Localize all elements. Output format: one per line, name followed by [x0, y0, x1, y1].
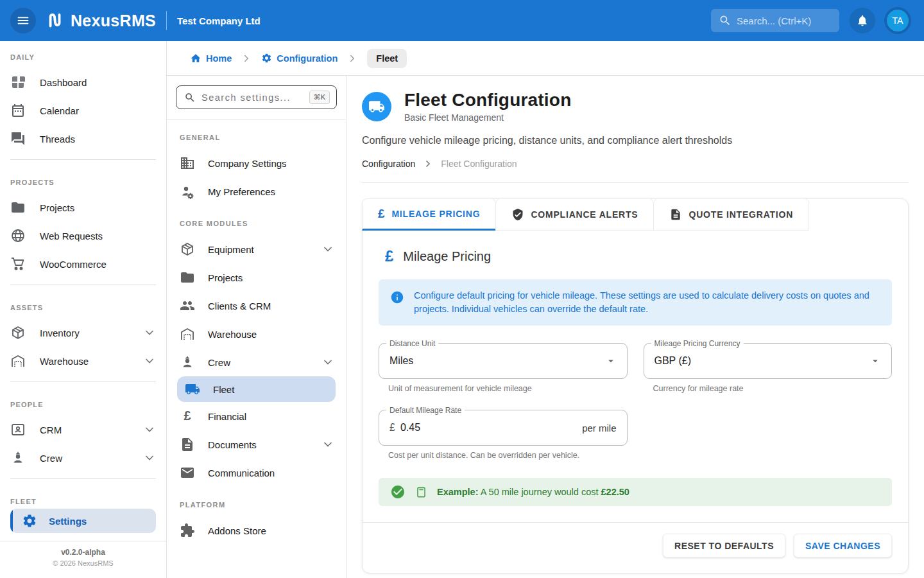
breadcrumb-home[interactable]: Home [190, 53, 232, 64]
info-icon [390, 290, 404, 316]
chevron-down-icon [321, 243, 334, 256]
breadcrumb-configuration[interactable]: Configuration [261, 53, 338, 64]
divider [10, 381, 156, 382]
page-subtitle: Basic Fleet Management [404, 112, 571, 123]
settings-item-communication[interactable]: Communication [167, 459, 346, 487]
sidebar-item-label: Web Requests [40, 231, 156, 241]
divider [10, 478, 156, 479]
tab-compliance-alerts[interactable]: COMPLIANCE ALERTS [495, 198, 654, 231]
sidebar-footer: Settings v0.2.0-alpha © 2026 NexusRMS [0, 505, 166, 578]
app-title: NexusRMS [71, 12, 156, 30]
sidebar-item-label: Warehouse [40, 356, 129, 367]
settings-search[interactable]: ⌘K [176, 85, 337, 109]
page-description: Configure vehicle mileage pricing, dista… [362, 135, 909, 146]
dashboard-icon [10, 74, 26, 90]
check-circle-icon [390, 484, 406, 500]
app-bar: NexusRMS Test Company Ltd TA [0, 0, 924, 41]
nexus-logo-icon [45, 11, 64, 30]
chevron-down-icon [321, 356, 334, 369]
field-label: Default Mileage Rate [386, 406, 465, 415]
envelope-icon [180, 465, 195, 480]
warehouse-icon [180, 326, 195, 342]
brand-logo[interactable]: NexusRMS [45, 11, 156, 30]
breadcrumb-configuration[interactable]: Configuration [362, 159, 415, 169]
global-search-input[interactable] [737, 15, 826, 26]
page-header: Fleet Configuration Basic Fleet Manageme… [362, 90, 909, 123]
default-mileage-rate-input[interactable]: Default Mileage Rate £ 0.45 per mile [379, 410, 628, 446]
building-icon [180, 155, 195, 171]
sidebar-item-crm[interactable]: CRM [0, 416, 166, 444]
example-text: Example: A 50 mile journey would cost £2… [437, 487, 629, 497]
settings-item-label: Documents [208, 439, 309, 450]
main-content: Fleet Configuration Basic Fleet Manageme… [346, 76, 924, 578]
field-value: GBP (£) [654, 355, 870, 367]
menu-button[interactable] [10, 8, 36, 33]
sidebar-item-inventory[interactable]: Inventory [0, 319, 166, 347]
global-search[interactable] [711, 9, 839, 32]
folder-icon [180, 270, 195, 285]
gear-icon [261, 53, 272, 64]
sidebar-item-projects[interactable]: Projects [0, 193, 166, 222]
save-changes-button[interactable]: SAVE CHANGES [794, 534, 892, 557]
settings-search-input[interactable] [201, 92, 304, 103]
sidebar-item-woocommerce[interactable]: WooCommerce [0, 250, 166, 278]
settings-item-label: Company Settings [208, 158, 334, 169]
tab-mileage-pricing[interactable]: £ MILEAGE PRICING [362, 198, 496, 231]
box-icon [10, 325, 26, 340]
copyright-label: © 2026 NexusRMS [0, 559, 166, 567]
notifications-button[interactable] [850, 8, 875, 33]
settings-item-label: Equipment [208, 244, 309, 255]
settings-item-label: Communication [208, 468, 334, 478]
cart-icon [10, 256, 26, 272]
field-label: Distance Unit [386, 339, 438, 348]
section-heading: £ Mileage Pricing [385, 247, 892, 265]
settings-item-addons-store[interactable]: Addons Store [167, 516, 346, 545]
section-label-projects: PROJECTS [0, 166, 166, 193]
pound-icon: £ [180, 408, 195, 424]
sidebar-item-label: Projects [40, 202, 156, 213]
settings-item-fleet[interactable]: Fleet [177, 376, 336, 402]
distance-unit-select[interactable]: Distance Unit Miles [379, 343, 628, 379]
sidebar-item-warehouse[interactable]: Warehouse [0, 347, 166, 375]
section-label-platform: PLATFORM [167, 487, 346, 516]
secondary-breadcrumb: Configuration Fleet Configuration [362, 159, 909, 169]
sidebar-item-threads[interactable]: Threads [0, 125, 166, 153]
section-label-assets: ASSETS [0, 292, 166, 319]
dropdown-arrow-icon [869, 355, 881, 367]
account-button[interactable]: TA [884, 7, 911, 34]
shield-check-icon [511, 208, 524, 221]
chevron-down-icon [321, 438, 334, 451]
sidebar-item-calendar[interactable]: Calendar [0, 96, 166, 125]
sidebar-item-settings[interactable]: Settings [10, 509, 156, 533]
settings-item-label: Clients & CRM [208, 301, 334, 311]
settings-item-projects[interactable]: Projects [167, 263, 346, 292]
tab-quote-integration[interactable]: QUOTE INTEGRATION [653, 198, 809, 231]
main-sidebar-scroll[interactable]: DAILY Dashboard Calendar Threads PROJECT… [0, 41, 166, 505]
settings-item-company-settings[interactable]: Company Settings [167, 149, 346, 177]
dropdown-arrow-icon [605, 355, 617, 367]
chevron-down-icon [143, 423, 156, 436]
settings-item-crew[interactable]: Crew [167, 348, 346, 376]
section-label-core-modules: CORE MODULES [167, 206, 346, 235]
settings-item-my-preferences[interactable]: My Preferences [167, 177, 346, 206]
currency-select[interactable]: Mileage Pricing Currency GBP (£) [644, 343, 893, 379]
fleet-avatar [362, 92, 391, 121]
pound-icon: £ [378, 207, 385, 221]
chevron-down-icon [143, 326, 156, 339]
settings-item-financial[interactable]: £ Financial [167, 402, 346, 430]
settings-item-equipment[interactable]: Equipment [167, 235, 346, 263]
reset-defaults-button[interactable]: RESET TO DEFAULTS [663, 534, 785, 557]
settings-item-clients-crm[interactable]: Clients & CRM [167, 292, 346, 320]
settings-item-warehouse[interactable]: Warehouse [167, 320, 346, 348]
settings-item-label: Financial [208, 411, 334, 422]
box-icon [180, 241, 195, 257]
sidebar-item-web-requests[interactable]: Web Requests [0, 222, 166, 250]
settings-item-documents[interactable]: Documents [167, 430, 346, 459]
sidebar-item-dashboard[interactable]: Dashboard [0, 68, 166, 96]
breadcrumb-fleet-configuration: Fleet Configuration [441, 159, 517, 169]
folder-icon [10, 200, 26, 215]
sidebar-item-label: Crew [40, 453, 129, 464]
sidebar-item-crew[interactable]: Crew [0, 444, 166, 472]
hamburger-icon [16, 13, 30, 28]
chevron-right-icon [241, 53, 252, 64]
